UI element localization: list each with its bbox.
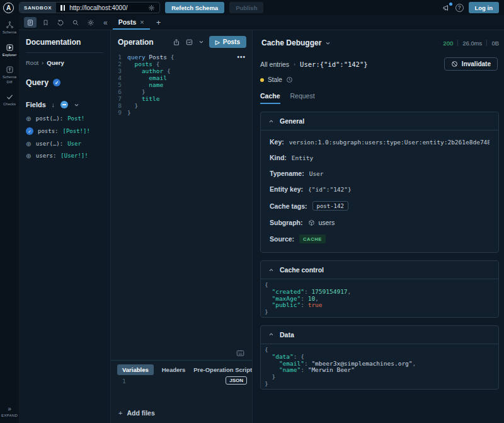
ellipsis-menu-icon[interactable]: ••• [237, 54, 246, 61]
field-add-icon[interactable]: ⊕ [26, 141, 32, 147]
new-tab-button[interactable]: + [150, 15, 168, 30]
field-row[interactable]: ⊕user(…):User [26, 141, 103, 147]
field-name: posts: [38, 128, 59, 134]
general-card-header[interactable]: General [261, 112, 498, 130]
data-title: Data [280, 331, 294, 339]
field-add-icon[interactable]: ⊕ [26, 153, 32, 159]
tab-close-icon[interactable]: × [140, 18, 144, 26]
sidebar-item-explorer[interactable]: Explorer [0, 43, 19, 58]
announcements-icon[interactable] [442, 4, 450, 12]
response-layout-icon[interactable] [185, 38, 193, 46]
general-card-body: Key:version:1.0:subgraph:users:type:User… [261, 130, 498, 252]
sidebar-item-schema-diff[interactable]: Schema Diff [0, 66, 19, 84]
code-text: title [127, 95, 160, 102]
field-type[interactable]: [Post!]! [63, 128, 90, 134]
line-number: 2 [111, 61, 127, 67]
breadcrumb-root[interactable]: Root [26, 59, 38, 66]
all-entries-link[interactable]: All entries [260, 61, 289, 68]
search-icon[interactable] [69, 17, 82, 28]
line-number: 8 [111, 102, 127, 109]
breadcrumb-separator: › [42, 59, 43, 66]
field-type[interactable]: Post! [67, 115, 84, 122]
connection-settings-gear-icon[interactable] [144, 4, 159, 11]
expand-rail-button[interactable]: » EXPAND [1, 405, 18, 419]
json-line: "name": "Merwin Beer" [265, 367, 498, 374]
documentation-panel: Documentation Root › Query Query ✓ Field… [19, 30, 111, 423]
entity-key-value: {"id":"142"} [308, 186, 352, 193]
chevron-down-icon[interactable] [74, 102, 79, 108]
type-heading-label: Query [26, 78, 49, 87]
invalidate-button[interactable]: Invalidate [444, 57, 498, 71]
url-input[interactable]: http://localhost:4000/ [69, 4, 144, 11]
collapse-chevron-icon [268, 267, 274, 273]
code-text: } [127, 102, 138, 109]
document-icon[interactable] [24, 17, 37, 28]
pause-icon[interactable] [60, 5, 65, 11]
checks-icon [6, 93, 14, 101]
login-button[interactable]: Log in [469, 2, 500, 13]
line-number: 1 [111, 54, 127, 61]
collapse-sidebar-icon[interactable]: « [97, 15, 113, 30]
publish-button[interactable]: Publish [229, 2, 263, 13]
field-row[interactable]: ✓posts:[Post!]! [26, 127, 103, 135]
tab-posts[interactable]: Posts × [113, 15, 150, 30]
code-text: posts { [127, 61, 160, 67]
refetch-schema-button[interactable]: Refetch Schema [165, 2, 224, 13]
cache-control-title: Cache control [280, 266, 324, 274]
key-value: version:1.0:subgraph:users:type:User:ent… [289, 139, 490, 146]
cache-tags-label: Cache tags: [270, 202, 307, 210]
expand-icon: » [8, 405, 11, 412]
bookmark-icon[interactable] [39, 17, 52, 28]
add-files-label: Add files [127, 409, 154, 417]
help-icon[interactable]: ? [455, 4, 464, 12]
tab-pre-operation-script[interactable]: Pre-Operation Script [193, 366, 252, 373]
deselect-all-icon[interactable] [60, 101, 68, 108]
keyboard-shortcuts-icon[interactable] [236, 350, 244, 357]
subgraph-cube-icon [308, 219, 315, 226]
settings-icon[interactable] [84, 17, 97, 28]
left-rail: SchemaExplorerSchema DiffChecks » EXPAND [0, 15, 19, 423]
json-format-badge: JSON [226, 376, 247, 385]
field-type[interactable]: User [67, 141, 81, 147]
history-icon[interactable] [54, 17, 67, 28]
field-add-icon[interactable]: ⊕ [26, 115, 32, 122]
tab-variables[interactable]: Variables [117, 364, 154, 375]
cache-tag-chip[interactable]: post-142 [312, 201, 348, 211]
json-line: "public": true [265, 302, 498, 309]
typename-value: User [309, 170, 324, 177]
cache-debugger-dropdown[interactable]: Cache Debugger [261, 38, 331, 47]
operation-title: Operation [118, 38, 168, 47]
type-selected-check-icon[interactable]: ✓ [53, 79, 60, 86]
code-text: } [127, 109, 131, 116]
apollo-logo[interactable]: A [3, 3, 14, 13]
code-text: } [127, 88, 146, 95]
tab-request[interactable]: Request [290, 92, 315, 104]
tab-cache[interactable]: Cache [260, 92, 280, 104]
clock-icon [286, 76, 293, 83]
data-card: Data { "data": { "email": "mbeer3x@simpl… [260, 325, 499, 390]
fields-header: Fields ↓ [26, 101, 103, 108]
query-editor[interactable]: ••• 1query Posts {2 posts {3 author {4 e… [111, 52, 252, 116]
sidebar-item-label: Explorer [3, 53, 16, 58]
cache-control-header[interactable]: Cache control [261, 261, 498, 279]
field-checked-icon[interactable]: ✓ [26, 127, 33, 135]
sidebar-item-checks[interactable]: Checks [0, 93, 19, 107]
field-type[interactable]: [User!]! [60, 153, 88, 159]
cache-control-card: Cache control { "created": 1759154917, "… [260, 260, 499, 318]
code-text: name [127, 81, 163, 88]
share-icon[interactable] [173, 38, 180, 46]
run-operation-button[interactable]: ▷ Posts [209, 36, 246, 48]
field-row[interactable]: ⊕users:[User!]! [26, 153, 103, 159]
add-files-button[interactable]: + Add files [117, 408, 252, 419]
operation-header: Operation ▷ Posts [111, 30, 252, 52]
variables-editor[interactable]: 1 JSON [117, 378, 252, 408]
notification-dot [449, 3, 452, 6]
sort-icon[interactable]: ↓ [52, 101, 55, 108]
tab-headers[interactable]: Headers [162, 366, 186, 373]
data-card-header[interactable]: Data [261, 326, 498, 344]
field-row[interactable]: ⊕post(…):Post! [26, 115, 103, 122]
code-text: query Posts { [127, 54, 174, 61]
status-code: 200 [443, 40, 453, 47]
sidebar-item-schema[interactable]: Schema [0, 21, 19, 35]
chevron-down-icon[interactable] [198, 39, 204, 45]
